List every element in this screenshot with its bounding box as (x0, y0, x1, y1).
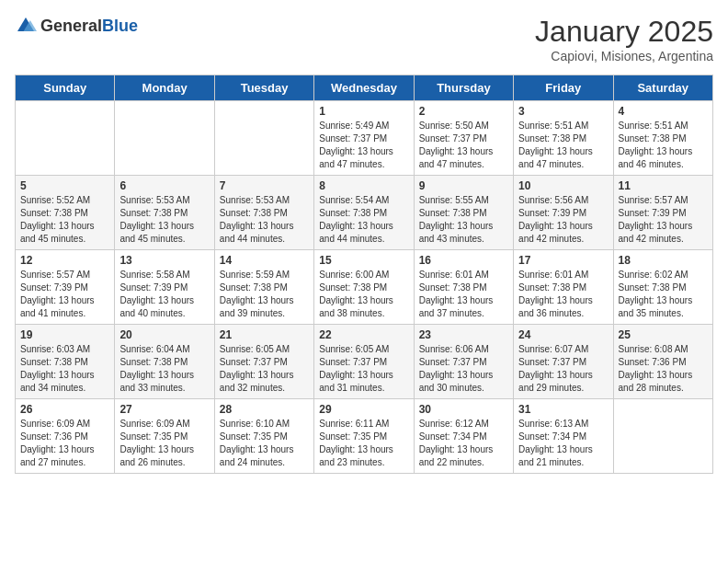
calendar-day-cell (115, 101, 214, 176)
day-info: Sunrise: 6:04 AM Sunset: 7:38 PM Dayligh… (119, 343, 209, 395)
day-number: 21 (220, 328, 309, 341)
calendar-day-cell: 17Sunrise: 6:01 AM Sunset: 7:38 PM Dayli… (514, 250, 613, 325)
day-info: Sunrise: 6:08 AM Sunset: 7:36 PM Dayligh… (619, 343, 708, 395)
calendar-week-row: 1Sunrise: 5:49 AM Sunset: 7:37 PM Daylig… (16, 101, 713, 176)
calendar-header: SundayMondayTuesdayWednesdayThursdayFrid… (16, 75, 713, 101)
day-number: 23 (419, 328, 508, 341)
day-number: 24 (518, 328, 608, 341)
calendar-day-cell: 20Sunrise: 6:04 AM Sunset: 7:38 PM Dayli… (115, 325, 214, 399)
day-info: Sunrise: 5:59 AM Sunset: 7:38 PM Dayligh… (220, 269, 309, 320)
weekday-header: Monday (115, 75, 214, 101)
day-info: Sunrise: 5:50 AM Sunset: 7:37 PM Dayligh… (419, 120, 508, 171)
day-number: 8 (319, 179, 408, 192)
day-number: 1 (319, 105, 408, 118)
day-number: 16 (419, 254, 508, 267)
day-number: 9 (419, 179, 508, 192)
logo-icon (15, 15, 37, 37)
day-info: Sunrise: 6:12 AM Sunset: 7:34 PM Dayligh… (419, 418, 508, 469)
day-number: 30 (419, 403, 508, 416)
weekday-header: Saturday (613, 75, 712, 101)
calendar-day-cell (16, 101, 115, 176)
day-number: 7 (220, 179, 309, 192)
calendar-day-cell: 22Sunrise: 6:05 AM Sunset: 7:37 PM Dayli… (314, 325, 414, 399)
day-number: 27 (119, 403, 209, 416)
weekday-header: Wednesday (314, 75, 414, 101)
day-info: Sunrise: 5:52 AM Sunset: 7:38 PM Dayligh… (20, 194, 109, 246)
day-number: 11 (619, 179, 708, 192)
calendar-body: 1Sunrise: 5:49 AM Sunset: 7:37 PM Daylig… (16, 101, 713, 474)
title-block: January 2025 Capiovi, Misiones, Argentin… (535, 15, 713, 63)
calendar-day-cell: 4Sunrise: 5:51 AM Sunset: 7:38 PM Daylig… (613, 101, 712, 176)
page-header: GeneralBlue January 2025 Capiovi, Mision… (15, 15, 713, 63)
calendar-day-cell: 16Sunrise: 6:01 AM Sunset: 7:38 PM Dayli… (414, 250, 513, 325)
logo-text-blue: Blue (102, 17, 138, 35)
day-info: Sunrise: 6:03 AM Sunset: 7:38 PM Dayligh… (20, 343, 109, 395)
location-subtitle: Capiovi, Misiones, Argentina (535, 49, 713, 63)
day-info: Sunrise: 5:57 AM Sunset: 7:39 PM Dayligh… (20, 269, 109, 320)
calendar-day-cell: 29Sunrise: 6:11 AM Sunset: 7:35 PM Dayli… (314, 399, 414, 474)
calendar-day-cell: 19Sunrise: 6:03 AM Sunset: 7:38 PM Dayli… (16, 325, 115, 399)
day-number: 22 (319, 328, 408, 341)
day-info: Sunrise: 6:09 AM Sunset: 7:35 PM Dayligh… (119, 418, 209, 469)
weekday-header-row: SundayMondayTuesdayWednesdayThursdayFrid… (16, 75, 713, 101)
calendar-day-cell: 15Sunrise: 6:00 AM Sunset: 7:38 PM Dayli… (314, 250, 414, 325)
calendar-week-row: 5Sunrise: 5:52 AM Sunset: 7:38 PM Daylig… (16, 176, 713, 250)
calendar-day-cell (214, 101, 313, 176)
day-info: Sunrise: 5:55 AM Sunset: 7:38 PM Dayligh… (419, 194, 508, 246)
day-number: 26 (20, 403, 109, 416)
weekday-header: Friday (514, 75, 613, 101)
day-number: 25 (619, 328, 708, 341)
calendar-day-cell: 8Sunrise: 5:54 AM Sunset: 7:38 PM Daylig… (314, 176, 414, 250)
day-number: 17 (518, 254, 608, 267)
day-info: Sunrise: 5:49 AM Sunset: 7:37 PM Dayligh… (319, 120, 408, 171)
day-info: Sunrise: 6:05 AM Sunset: 7:37 PM Dayligh… (220, 343, 309, 395)
day-info: Sunrise: 6:09 AM Sunset: 7:36 PM Dayligh… (20, 418, 109, 469)
day-info: Sunrise: 6:06 AM Sunset: 7:37 PM Dayligh… (419, 343, 508, 395)
calendar-week-row: 19Sunrise: 6:03 AM Sunset: 7:38 PM Dayli… (16, 325, 713, 399)
calendar-day-cell: 21Sunrise: 6:05 AM Sunset: 7:37 PM Dayli… (214, 325, 313, 399)
calendar-day-cell: 25Sunrise: 6:08 AM Sunset: 7:36 PM Dayli… (613, 325, 712, 399)
calendar-day-cell: 28Sunrise: 6:10 AM Sunset: 7:35 PM Dayli… (214, 399, 313, 474)
calendar-day-cell: 6Sunrise: 5:53 AM Sunset: 7:38 PM Daylig… (115, 176, 214, 250)
day-info: Sunrise: 6:01 AM Sunset: 7:38 PM Dayligh… (518, 269, 608, 320)
day-info: Sunrise: 6:11 AM Sunset: 7:35 PM Dayligh… (319, 418, 408, 469)
day-info: Sunrise: 5:56 AM Sunset: 7:39 PM Dayligh… (518, 194, 608, 246)
day-number: 12 (20, 254, 109, 267)
day-number: 19 (20, 328, 109, 341)
calendar-day-cell: 5Sunrise: 5:52 AM Sunset: 7:38 PM Daylig… (16, 176, 115, 250)
day-info: Sunrise: 5:53 AM Sunset: 7:38 PM Dayligh… (220, 194, 309, 246)
day-number: 13 (119, 254, 209, 267)
month-title: January 2025 (535, 15, 713, 49)
calendar-day-cell: 31Sunrise: 6:13 AM Sunset: 7:34 PM Dayli… (514, 399, 613, 474)
calendar-day-cell: 18Sunrise: 6:02 AM Sunset: 7:38 PM Dayli… (613, 250, 712, 325)
calendar-day-cell: 27Sunrise: 6:09 AM Sunset: 7:35 PM Dayli… (115, 399, 214, 474)
day-info: Sunrise: 5:51 AM Sunset: 7:38 PM Dayligh… (518, 120, 608, 171)
day-info: Sunrise: 5:51 AM Sunset: 7:38 PM Dayligh… (619, 120, 708, 171)
logo: GeneralBlue (15, 15, 138, 37)
weekday-header: Tuesday (214, 75, 313, 101)
calendar-day-cell: 24Sunrise: 6:07 AM Sunset: 7:37 PM Dayli… (514, 325, 613, 399)
calendar-day-cell: 10Sunrise: 5:56 AM Sunset: 7:39 PM Dayli… (514, 176, 613, 250)
calendar-day-cell: 3Sunrise: 5:51 AM Sunset: 7:38 PM Daylig… (514, 101, 613, 176)
day-number: 5 (20, 179, 109, 192)
day-number: 10 (518, 179, 608, 192)
calendar-day-cell (613, 399, 712, 474)
calendar-day-cell: 26Sunrise: 6:09 AM Sunset: 7:36 PM Dayli… (16, 399, 115, 474)
day-info: Sunrise: 6:00 AM Sunset: 7:38 PM Dayligh… (319, 269, 408, 320)
day-info: Sunrise: 6:13 AM Sunset: 7:34 PM Dayligh… (518, 418, 608, 469)
day-number: 20 (119, 328, 209, 341)
day-number: 28 (220, 403, 309, 416)
day-number: 29 (319, 403, 408, 416)
day-number: 6 (119, 179, 209, 192)
calendar-table: SundayMondayTuesdayWednesdayThursdayFrid… (15, 75, 713, 474)
weekday-header: Thursday (414, 75, 513, 101)
day-info: Sunrise: 5:53 AM Sunset: 7:38 PM Dayligh… (119, 194, 209, 246)
calendar-day-cell: 14Sunrise: 5:59 AM Sunset: 7:38 PM Dayli… (214, 250, 313, 325)
day-info: Sunrise: 6:02 AM Sunset: 7:38 PM Dayligh… (619, 269, 708, 320)
day-number: 31 (518, 403, 608, 416)
day-info: Sunrise: 6:05 AM Sunset: 7:37 PM Dayligh… (319, 343, 408, 395)
logo-text-general: General (40, 17, 102, 35)
day-number: 18 (619, 254, 708, 267)
calendar-week-row: 26Sunrise: 6:09 AM Sunset: 7:36 PM Dayli… (16, 399, 713, 474)
day-number: 2 (419, 105, 508, 118)
